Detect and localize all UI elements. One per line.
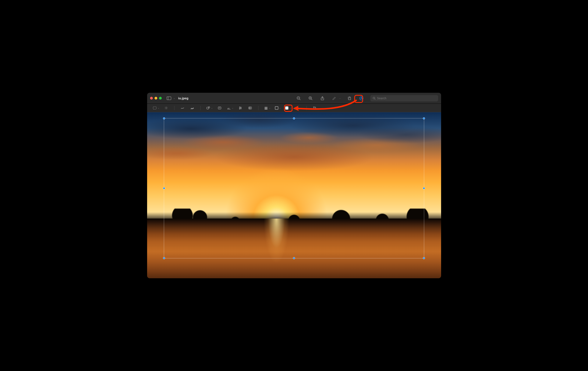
crop-handle-bottom-right[interactable] [423,257,425,259]
svg-line-3 [299,99,300,100]
svg-point-34 [239,108,240,109]
text-tool-button[interactable]: T [217,105,222,111]
svg-point-33 [240,108,241,108]
crop-handle-bottom-left[interactable] [163,257,165,259]
sign-tool-button[interactable]: ⌵ [226,105,234,111]
svg-point-21 [167,108,168,109]
draw-tool-button[interactable] [189,105,195,111]
titlebar-actions: ⌵ [296,95,438,101]
text-style-button[interactable]: Aa⌵ [295,105,301,111]
shapes-tool-button[interactable]: ⌵ [206,105,213,111]
zoom-window-button[interactable] [159,97,162,100]
svg-line-6 [311,99,312,100]
search-input[interactable] [377,97,436,100]
highlight-button[interactable] [331,95,337,101]
crop-handle-bottom-middle[interactable] [293,257,295,259]
selection-tool-button[interactable]: ⌵ [152,105,159,111]
text-style-label: Aa [295,106,299,110]
svg-point-17 [166,108,166,108]
highlight-dropdown[interactable]: ⌵ [339,97,341,99]
markup-toolbar: ⌵ ⌵ T ⌵ ⌵ ⌵ [147,104,441,112]
svg-line-15 [375,99,375,99]
zoom-out-button[interactable] [296,95,302,101]
search-field[interactable] [370,95,438,101]
sidebar-toggle-dropdown[interactable]: ⌵ [174,97,175,99]
instant-alpha-button[interactable] [163,105,169,111]
toolbar-divider [200,106,200,110]
svg-point-20 [165,108,165,109]
crop-handle-top-middle[interactable] [293,117,295,120]
svg-text:T: T [219,107,220,109]
toolbar-divider [258,106,258,110]
svg-rect-16 [153,107,156,109]
search-icon [372,97,376,100]
sketch-tool-button[interactable] [179,105,186,111]
shape-style-button[interactable]: ⌵ [263,105,271,111]
image-canvas[interactable] [147,112,441,278]
preview-window: ⌵ iu.jpeg [147,93,441,278]
window-title: iu.jpeg [178,96,189,100]
sidebar-toggle-button[interactable] [166,96,172,100]
markup-toggle-button[interactable] [358,95,364,101]
crop-handle-middle-left[interactable] [163,187,165,189]
minimize-window-button[interactable] [155,97,157,100]
crop-handle-top-left[interactable] [163,117,165,120]
adjust-size-button[interactable] [247,105,253,111]
crop-handle-top-right[interactable] [423,117,425,120]
fill-swatch-icon [285,106,288,110]
crop-handle-middle-right[interactable] [423,187,425,189]
svg-rect-0 [167,97,171,100]
toolbar-divider [306,106,307,110]
svg-point-32 [239,107,240,107]
adjust-color-button[interactable] [237,105,243,111]
border-swatch-icon [275,106,278,110]
image-content [147,112,441,278]
svg-point-14 [373,97,375,99]
crop-tool-button[interactable] [312,105,318,111]
share-button[interactable] [319,95,325,101]
close-window-button[interactable] [150,97,153,100]
fill-color-button[interactable]: ⌵ [285,105,291,111]
zoom-in-button[interactable] [308,95,314,101]
traffic-lights [150,97,162,100]
svg-point-18 [165,107,165,107]
svg-point-19 [167,107,168,107]
svg-point-22 [166,107,166,107]
titlebar: ⌵ iu.jpeg [147,93,441,104]
svg-point-23 [166,109,166,110]
svg-rect-36 [249,107,250,108]
rotate-button[interactable] [346,95,353,101]
border-color-button[interactable]: ⌵ [274,105,281,111]
